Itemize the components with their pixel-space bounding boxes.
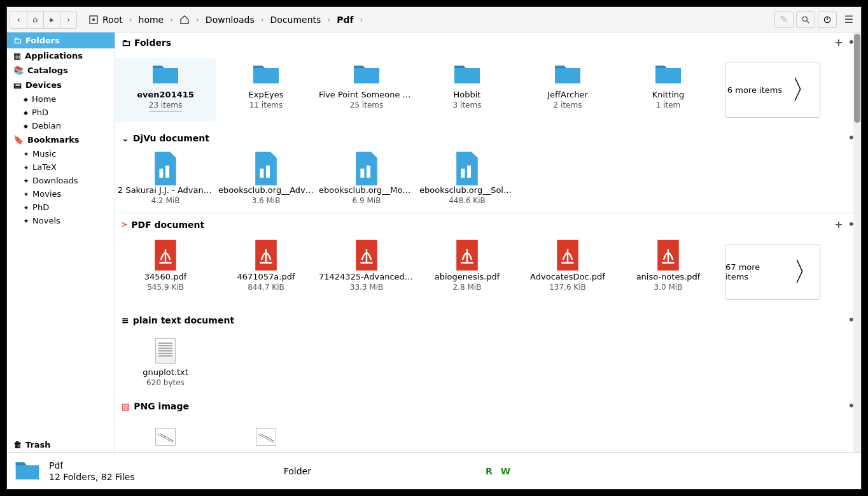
item-meta: 23 items bbox=[149, 101, 182, 111]
folder-item[interactable]: Knitting 1 item bbox=[618, 58, 718, 122]
item-name: 4671057a.pdf bbox=[237, 272, 295, 281]
disk-icon: ◆ bbox=[24, 123, 28, 129]
sidebar-item-movies[interactable]: ★Movies bbox=[7, 187, 115, 201]
power-icon[interactable] bbox=[818, 11, 837, 28]
crumb-user[interactable] bbox=[174, 12, 195, 27]
crumb-pdf[interactable]: Pdf bbox=[332, 12, 358, 27]
sidebar-header-folders[interactable]: 🗀 Folders bbox=[7, 32, 115, 48]
group-header-folders[interactable]: 🗀 Folders +• bbox=[115, 32, 861, 53]
file-item[interactable]: AdvocatesDoc.pdf 137.6 KiB bbox=[517, 240, 618, 304]
sidebar-header-bookmarks[interactable]: 🔖 Bookmarks bbox=[7, 132, 115, 147]
add-icon[interactable]: + bbox=[834, 36, 843, 48]
item-name: abiogenesis.pdf bbox=[435, 272, 500, 281]
file-item[interactable]: ebooksclub.org__Solution... 448.6 KiB bbox=[417, 153, 517, 208]
folder-icon bbox=[653, 60, 683, 86]
sidebar-item-home[interactable]: ◆Home bbox=[7, 92, 115, 106]
sidebar-header-applications[interactable]: ▦ Applications bbox=[7, 48, 115, 63]
sidebar-header-devices[interactable]: 🖴 Devices bbox=[7, 78, 115, 92]
crumb-home[interactable]: home bbox=[134, 12, 169, 27]
item-meta: 137.6 KiB bbox=[549, 283, 586, 292]
item-meta: 448.6 KiB bbox=[449, 196, 486, 205]
content-area[interactable]: 🗀 Folders +• even201415 23 items ExpEyes bbox=[115, 32, 861, 452]
crumb-label: Documents bbox=[270, 15, 321, 25]
folder-item[interactable]: Five Point Someone pdf 25 items bbox=[316, 58, 417, 122]
sidebar-trash[interactable]: 🗑 Trash bbox=[7, 437, 115, 452]
svg-rect-7 bbox=[165, 166, 169, 178]
more-text: 6 more items bbox=[727, 85, 782, 95]
svg-rect-9 bbox=[266, 166, 270, 178]
item-meta: 4.2 MiB bbox=[151, 196, 180, 205]
group-pdf: ≻ PDF document +• 34560.pdf 545.9 KiB 46… bbox=[115, 215, 861, 309]
item-meta: 25 items bbox=[350, 101, 383, 110]
folder-item[interactable]: Hobbit 3 items bbox=[417, 58, 517, 122]
sidebar-item-downloads[interactable]: ★Downloads bbox=[7, 174, 115, 187]
crumb-documents[interactable]: Documents bbox=[265, 12, 326, 27]
scrollbar-thumb[interactable] bbox=[854, 34, 860, 123]
file-item[interactable]: 34560.pdf 545.9 KiB bbox=[115, 240, 216, 304]
forward-button[interactable]: › bbox=[60, 11, 76, 28]
more-items-folders[interactable]: 6 more items 〉 bbox=[725, 62, 820, 118]
search-icon[interactable] bbox=[796, 11, 815, 28]
devices-icon: 🖴 bbox=[13, 80, 22, 90]
sidebar-item-phd-bm[interactable]: ★PhD bbox=[7, 201, 115, 214]
edit-icon[interactable]: ✎ bbox=[774, 11, 794, 28]
file-item[interactable]: abiogenesis.pdf 2.8 MiB bbox=[417, 240, 517, 304]
star-icon: ★ bbox=[24, 164, 29, 171]
home-button[interactable]: ⌂ bbox=[27, 11, 43, 28]
sidebar-item-novels[interactable]: ★Novels bbox=[7, 214, 115, 227]
file-item[interactable]: 71424325-Advanced-Quant... 33.3 MiB bbox=[316, 240, 417, 304]
play-button[interactable]: ▸ bbox=[43, 11, 60, 28]
file-item[interactable]: 2 Sakurai J.J. - Advanced ... 4.2 MiB bbox=[115, 153, 216, 208]
item-name: JeffArcher bbox=[547, 90, 587, 99]
divider bbox=[122, 213, 855, 213]
sidebar-item-latex[interactable]: ★LaTeX bbox=[7, 160, 115, 174]
group-header-png[interactable]: ▧ PNG image • bbox=[115, 396, 861, 416]
sidebar-label: Devices bbox=[25, 80, 62, 90]
group-header-txt[interactable]: ≡ plain text document • bbox=[115, 310, 861, 330]
group-header-pdf[interactable]: ≻ PDF document +• bbox=[115, 215, 861, 235]
group-label: PNG image bbox=[134, 401, 189, 411]
file-item[interactable]: gnuplot.txt 620 bytes bbox=[115, 336, 216, 390]
crumb-label: Pdf bbox=[337, 15, 353, 25]
folder-item[interactable]: JeffArcher 2 items bbox=[517, 58, 618, 122]
folder-icon bbox=[552, 60, 583, 86]
file-item[interactable]: ebooksclub.org__Modern_... 6.9 MiB bbox=[316, 153, 417, 208]
group-png: ▧ PNG image • fet-csplines.png 5.2 KiB f… bbox=[115, 396, 861, 452]
sidebar-item-debian[interactable]: ◆Debian bbox=[7, 119, 115, 132]
statusbar: Pdf 12 Folders, 82 Files Folder R W bbox=[7, 452, 861, 489]
folder-item[interactable]: ExpEyes 11 items bbox=[216, 58, 316, 122]
file-item[interactable]: ebooksclub.org__Advance... 3.6 MiB bbox=[216, 153, 316, 208]
star-icon: ★ bbox=[24, 191, 29, 197]
sidebar-item-label: PhD bbox=[32, 108, 48, 117]
sidebar-item-label: Music bbox=[32, 149, 56, 159]
sidebar-label: Catalogs bbox=[27, 66, 68, 75]
item-name: even201415 bbox=[137, 90, 194, 99]
back-button[interactable]: ‹ bbox=[10, 11, 27, 28]
file-item[interactable]: fet-sbezier.png 5.2 KiB bbox=[216, 422, 316, 452]
group-items-pdf: 34560.pdf 545.9 KiB 4671057a.pdf 844.7 K… bbox=[115, 235, 861, 309]
item-meta: 3.0 MiB bbox=[654, 283, 683, 292]
item-meta: 2.8 MiB bbox=[453, 283, 482, 292]
sidebar-item-label: Home bbox=[32, 94, 56, 104]
group-header-djvu[interactable]: ⌄ DjVu document • bbox=[115, 128, 861, 148]
menu-icon[interactable]: ☰ bbox=[839, 11, 858, 28]
item-name: Hobbit bbox=[454, 90, 481, 99]
more-items-pdf[interactable]: 67 more items 〉 bbox=[725, 244, 820, 300]
folder-icon bbox=[251, 60, 281, 86]
crumb-root[interactable]: Root bbox=[83, 12, 128, 27]
folder-item[interactable]: even201415 23 items bbox=[115, 58, 216, 122]
group-label: plain text document bbox=[133, 315, 234, 325]
crumb-downloads[interactable]: Downloads bbox=[200, 12, 260, 27]
sidebar-item-phd[interactable]: ◆PhD bbox=[7, 106, 115, 119]
sidebar-header-catalogs[interactable]: 📚 Catalogs bbox=[7, 63, 115, 78]
scrollbar[interactable] bbox=[853, 32, 861, 452]
file-item[interactable]: 4671057a.pdf 844.7 KiB bbox=[216, 240, 316, 304]
group-items-folders: even201415 23 items ExpEyes 11 items Fiv… bbox=[115, 53, 861, 127]
item-name: ebooksclub.org__Modern_... bbox=[319, 185, 414, 195]
image-icon: ▧ bbox=[122, 401, 130, 411]
file-item[interactable]: fet-csplines.png 5.2 KiB bbox=[115, 422, 216, 452]
sidebar-item-music[interactable]: ★Music bbox=[7, 147, 115, 160]
add-icon[interactable]: + bbox=[834, 218, 843, 230]
file-manager-window: ‹ ⌂ ▸ › Root › home › › Downloads › Docu… bbox=[6, 6, 862, 490]
file-item[interactable]: aniso-notes.pdf 3.0 MiB bbox=[618, 240, 718, 304]
